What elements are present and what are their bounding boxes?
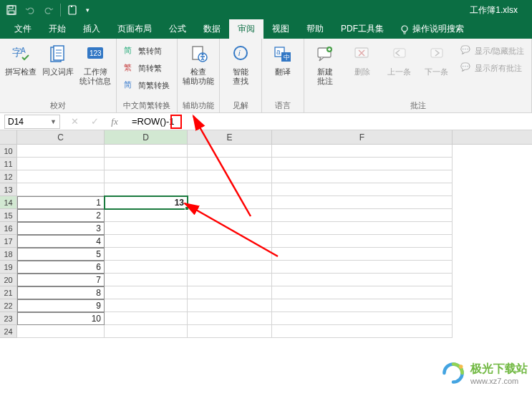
row-header-23[interactable]: 23: [0, 312, 17, 325]
cell-D13[interactable]: [105, 183, 188, 196]
next-comment-button[interactable]: 下一条: [420, 42, 453, 77]
column-header-C[interactable]: C: [17, 130, 105, 144]
translate-button[interactable]: a中 翻译: [266, 42, 299, 77]
cell-E23[interactable]: [188, 312, 272, 325]
thesaurus-button[interactable]: 同义词库: [42, 42, 74, 77]
cell-C18[interactable]: 5: [17, 248, 105, 261]
cell-D21[interactable]: [105, 286, 188, 299]
cell-E22[interactable]: [188, 299, 272, 312]
cancel-formula-button[interactable]: ✕: [67, 115, 82, 129]
new-comment-button[interactable]: 新建 批注: [309, 42, 342, 86]
qat-customize-dropdown[interactable]: ▾: [82, 2, 92, 18]
cell-E20[interactable]: [188, 274, 272, 286]
cell-C10[interactable]: [17, 145, 105, 158]
row-header-20[interactable]: 20: [0, 274, 17, 286]
row-header-15[interactable]: 15: [0, 209, 17, 222]
name-box[interactable]: D14 ▼: [4, 115, 60, 129]
redo-button[interactable]: [40, 2, 57, 18]
select-all-corner[interactable]: [0, 130, 17, 144]
spell-check-button[interactable]: 字A 拼写检查: [4, 42, 37, 77]
row-header-24[interactable]: 24: [0, 325, 17, 338]
cell-E17[interactable]: [188, 235, 272, 248]
cell-E21[interactable]: [188, 286, 272, 299]
workbook-stats-button[interactable]: 123 工作簿 统计信息: [79, 42, 112, 86]
cell-C21[interactable]: 8: [17, 286, 105, 299]
formula-input[interactable]: =ROW()-1: [129, 116, 532, 127]
tab-help[interactable]: 帮助: [298, 19, 332, 39]
cell-F13[interactable]: [272, 183, 453, 196]
tab-page-layout[interactable]: 页面布局: [109, 19, 160, 39]
cell-F17[interactable]: [272, 235, 453, 248]
row-header-21[interactable]: 21: [0, 286, 17, 299]
check-accessibility-button[interactable]: 检查 辅助功能: [182, 42, 215, 86]
cell-E10[interactable]: [188, 145, 272, 158]
show-all-comments-button[interactable]: 💬显示所有批注: [458, 60, 527, 76]
cell-F22[interactable]: [272, 299, 453, 312]
cell-D10[interactable]: [105, 145, 188, 158]
cell-D11[interactable]: [105, 158, 188, 170]
column-header-D[interactable]: D: [105, 130, 188, 144]
row-header-10[interactable]: 10: [0, 145, 17, 158]
simp-trad-convert-button[interactable]: 简简繁转换: [121, 77, 173, 93]
row-header-19[interactable]: 19: [0, 261, 17, 274]
column-header-F[interactable]: F: [272, 130, 453, 144]
tab-review[interactable]: 审阅: [229, 19, 263, 39]
cell-F15[interactable]: [272, 209, 453, 222]
tab-pdf-tools[interactable]: PDF工具集: [332, 19, 392, 39]
tab-file[interactable]: 文件: [6, 19, 40, 39]
cell-C15[interactable]: 2: [17, 209, 105, 222]
cell-F14[interactable]: [272, 196, 453, 209]
tab-home[interactable]: 开始: [40, 19, 74, 39]
cell-C24[interactable]: [17, 325, 105, 338]
cell-C11[interactable]: [17, 158, 105, 170]
cell-F23[interactable]: [272, 312, 453, 325]
cell-E14[interactable]: [188, 196, 272, 209]
prev-comment-button[interactable]: 上一条: [383, 42, 416, 77]
cell-D12[interactable]: [105, 170, 188, 183]
cell-F24[interactable]: [272, 325, 453, 338]
fill-handle[interactable]: [185, 206, 189, 211]
cell-E24[interactable]: [188, 325, 272, 338]
cell-F18[interactable]: [272, 248, 453, 261]
row-header-17[interactable]: 17: [0, 235, 17, 248]
delete-comment-button[interactable]: 删除: [346, 42, 379, 77]
cell-E12[interactable]: [188, 170, 272, 183]
cell-F21[interactable]: [272, 286, 453, 299]
touch-mode-button[interactable]: [64, 2, 81, 18]
cell-C12[interactable]: [17, 170, 105, 183]
cell-F10[interactable]: [272, 145, 453, 158]
cell-C16[interactable]: 3: [17, 222, 105, 235]
cell-D22[interactable]: [105, 299, 188, 312]
cell-F12[interactable]: [272, 170, 453, 183]
undo-button[interactable]: [21, 2, 39, 18]
cell-F16[interactable]: [272, 222, 453, 235]
cell-D18[interactable]: [105, 248, 188, 261]
tab-data[interactable]: 数据: [195, 19, 229, 39]
row-header-18[interactable]: 18: [0, 248, 17, 261]
enter-formula-button[interactable]: ✓: [87, 115, 102, 129]
cell-C17[interactable]: 4: [17, 235, 105, 248]
cell-C23[interactable]: 10: [17, 312, 105, 325]
save-button[interactable]: [3, 2, 20, 18]
cell-C19[interactable]: 6: [17, 261, 105, 274]
show-hide-comment-button[interactable]: 💬显示/隐藏批注: [458, 43, 527, 59]
cell-F11[interactable]: [272, 158, 453, 170]
row-header-13[interactable]: 13: [0, 183, 17, 196]
cell-C20[interactable]: 7: [17, 274, 105, 286]
column-header-E[interactable]: E: [188, 130, 272, 144]
cell-C22[interactable]: 9: [17, 299, 105, 312]
cell-D24[interactable]: [105, 325, 188, 338]
cell-D20[interactable]: [105, 274, 188, 286]
cell-F20[interactable]: [272, 274, 453, 286]
cell-E11[interactable]: [188, 158, 272, 170]
cell-D15[interactable]: [105, 209, 188, 222]
cell-D16[interactable]: [105, 222, 188, 235]
row-header-16[interactable]: 16: [0, 222, 17, 235]
cell-E16[interactable]: [188, 222, 272, 235]
row-header-14[interactable]: 14: [0, 196, 17, 209]
cell-E13[interactable]: [188, 183, 272, 196]
tab-insert[interactable]: 插入: [74, 19, 109, 39]
cell-C14[interactable]: 1: [17, 196, 105, 209]
smart-lookup-button[interactable]: i 智能 查找: [224, 42, 257, 86]
trad-to-simp-button[interactable]: 简繁转简: [121, 43, 173, 59]
